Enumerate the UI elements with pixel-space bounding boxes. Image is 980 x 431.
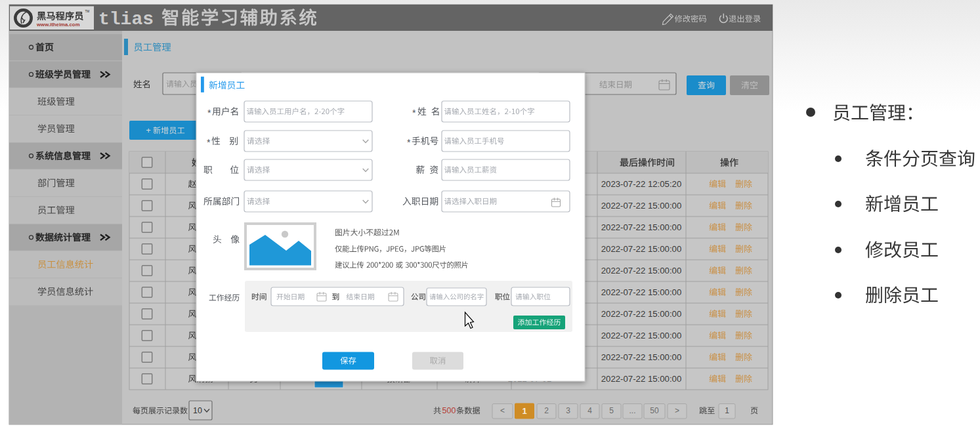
svg-text:TM: TM <box>85 10 90 13</box>
svg-text:2022-07-22 15:00:00: 2022-07-22 15:00:00 <box>601 352 681 362</box>
svg-text:2022-07-22 15:00:00: 2022-07-22 15:00:00 <box>601 201 681 211</box>
svg-text:2022-07-22 15:00:00: 2022-07-22 15:00:00 <box>601 374 681 384</box>
svg-text:www.itheima.com: www.itheima.com <box>36 22 80 28</box>
svg-text:...: ... <box>629 406 635 415</box>
svg-text:1: 1 <box>725 406 729 415</box>
svg-text:*: * <box>207 108 211 118</box>
svg-text:+: + <box>146 125 151 135</box>
svg-text:5: 5 <box>609 406 614 415</box>
svg-text:tlias: tlias <box>98 9 154 30</box>
svg-text:2022-07-22 15:00:00: 2022-07-22 15:00:00 <box>601 287 681 297</box>
svg-text:2022-07-22 15:00:00: 2022-07-22 15:00:00 <box>601 266 681 276</box>
svg-text:*: * <box>407 137 411 148</box>
svg-text:500: 500 <box>442 406 456 415</box>
svg-text:*: * <box>207 137 211 148</box>
svg-text:*: * <box>412 108 416 118</box>
svg-text:2: 2 <box>544 406 549 415</box>
svg-text:50: 50 <box>650 406 659 415</box>
svg-text:1: 1 <box>522 406 526 416</box>
svg-text:4: 4 <box>587 406 592 415</box>
svg-text:2023-07-22 12:05:20: 2023-07-22 12:05:20 <box>601 179 681 189</box>
svg-text:2022-07-22 15:00:00: 2022-07-22 15:00:00 <box>601 331 681 340</box>
svg-text:2022-07-22 15:00:00: 2022-07-22 15:00:00 <box>601 309 681 319</box>
svg-text:2022-07-22 15:00:00: 2022-07-22 15:00:00 <box>601 244 681 254</box>
svg-text:3: 3 <box>566 406 570 415</box>
svg-text:>: > <box>675 406 679 415</box>
svg-text:2022-07-22 15:00:00: 2022-07-22 15:00:00 <box>601 222 681 232</box>
svg-text:10: 10 <box>193 406 202 415</box>
svg-text:<: < <box>500 406 505 415</box>
